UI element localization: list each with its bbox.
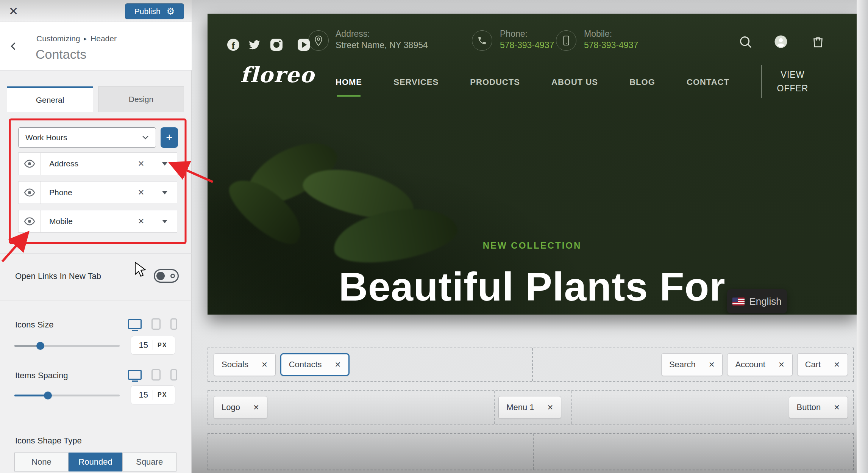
menu-item-blog[interactable]: BLOG (629, 77, 655, 87)
visibility-eye-icon[interactable] (18, 210, 41, 233)
close-icon: ✕ (138, 188, 145, 197)
builder-cell-bottom-right[interactable] (532, 434, 853, 470)
expand-item-button[interactable] (152, 210, 177, 233)
builder-chip-menu-1[interactable]: Menu 1✕ (498, 396, 561, 419)
items-spacing-slider[interactable] (14, 392, 120, 399)
menu-item-home[interactable]: HOME (336, 77, 362, 97)
visibility-eye-icon[interactable] (18, 181, 41, 204)
slider-handle[interactable] (44, 392, 52, 399)
menu-item-products[interactable]: PRODUCTS (470, 77, 520, 87)
phone-value[interactable]: 578-393-4937 (500, 39, 554, 51)
repeater-row-phone: Phone ✕ (18, 181, 177, 204)
section-header: Customizing ▸ Header Contacts (0, 22, 192, 70)
tab-design[interactable]: Design (98, 86, 184, 112)
close-icon[interactable]: ✕ (834, 360, 840, 369)
view-offer-button[interactable]: VIEW OFFER (761, 65, 824, 98)
remove-item-button[interactable]: ✕ (130, 152, 152, 175)
close-icon[interactable]: ✕ (778, 360, 785, 369)
customizer-topbar: ✕ Publish ⚙ (0, 0, 192, 22)
remove-item-button[interactable]: ✕ (130, 181, 152, 204)
phone-icon[interactable] (170, 369, 177, 381)
builder-cell-main-center[interactable]: Menu 1✕ (493, 391, 571, 424)
phone-icon[interactable] (170, 318, 177, 330)
icons-size-slider[interactable] (14, 342, 120, 349)
shape-option-square[interactable]: Square (122, 453, 176, 471)
back-button[interactable] (0, 22, 27, 70)
builder-cell-top-right[interactable]: Search✕ Account✕ Cart✕ (531, 348, 853, 381)
preview-scroll-gutter[interactable] (857, 0, 868, 473)
builder-chip-socials[interactable]: Socials✕ (214, 353, 276, 376)
hero-eyebrow: NEW COLLECTION (208, 240, 857, 251)
divider (0, 253, 192, 254)
remove-item-button[interactable]: ✕ (130, 210, 152, 233)
menu-item-services[interactable]: SERVICES (393, 77, 439, 87)
builder-chip-account[interactable]: Account✕ (727, 353, 792, 376)
desktop-icon[interactable] (128, 370, 142, 380)
open-links-toggle[interactable] (154, 269, 179, 283)
add-contact-button[interactable]: + (161, 127, 178, 148)
facebook-icon[interactable]: f (227, 39, 239, 51)
close-icon[interactable]: ✕ (547, 403, 554, 412)
builder-cell-top-left[interactable]: Socials✕ Contacts✕ (208, 348, 531, 381)
language-switcher[interactable]: English (727, 289, 787, 313)
mobile-value[interactable]: 578-393-4937 (584, 39, 638, 51)
tablet-icon[interactable] (151, 318, 161, 330)
close-customizer-button[interactable]: ✕ (0, 0, 27, 22)
builder-chip-button[interactable]: Button✕ (789, 396, 848, 419)
cart-icon[interactable] (811, 35, 825, 50)
caret-down-icon (162, 162, 167, 166)
site-logo[interactable]: floreo (240, 62, 315, 87)
builder-cell-main-right[interactable]: Button✕ (571, 391, 853, 424)
items-spacing-value[interactable]: 15 PX (131, 385, 175, 404)
desktop-icon[interactable] (128, 319, 142, 329)
tab-general[interactable]: General (7, 86, 93, 112)
caret-down-icon (162, 191, 167, 194)
twitter-icon[interactable] (248, 40, 261, 50)
contact-item-label[interactable]: Mobile (41, 210, 130, 233)
gear-icon[interactable]: ⚙ (167, 7, 175, 16)
builder-chip-search[interactable]: Search✕ (661, 353, 723, 376)
icons-shape-type-label: Icons Shape Type (15, 436, 82, 446)
phone-icon (472, 30, 492, 51)
menu-item-contact[interactable]: CONTACT (687, 77, 729, 87)
topbar-address: Address: Street Name, NY 38954 (336, 28, 428, 51)
builder-cell-main-left[interactable]: Logo✕ (208, 391, 493, 424)
address-value: Street Name, NY 38954 (336, 39, 428, 51)
close-icon[interactable]: ✕ (834, 403, 840, 412)
menu-item-about-us[interactable]: ABOUT US (551, 77, 598, 87)
close-icon[interactable]: ✕ (335, 360, 341, 369)
language-label: English (749, 296, 781, 307)
icons-size-value[interactable]: 15 PX (131, 336, 175, 355)
builder-chip-logo[interactable]: Logo✕ (214, 396, 267, 419)
close-icon: ✕ (138, 217, 145, 226)
contact-type-select[interactable]: Work Hours (18, 127, 156, 148)
chevron-left-icon (9, 41, 19, 52)
builder-chip-contacts[interactable]: Contacts✕ (280, 353, 350, 376)
instagram-icon[interactable] (270, 39, 283, 51)
topbar-mobile: Mobile: 578-393-4937 (584, 28, 638, 51)
close-icon[interactable]: ✕ (709, 360, 715, 369)
repeater-row-address: Address ✕ (18, 152, 177, 175)
close-icon[interactable]: ✕ (261, 360, 268, 369)
tablet-icon[interactable] (151, 369, 161, 381)
expand-item-button[interactable] (152, 152, 177, 175)
builder-cell-bottom-left[interactable] (208, 434, 532, 470)
visibility-eye-icon[interactable] (18, 152, 41, 175)
publish-button[interactable]: Publish ⚙ (125, 3, 184, 19)
topbar-phone: Phone: 578-393-4937 (500, 28, 554, 51)
expand-item-button[interactable] (152, 181, 177, 204)
search-icon[interactable] (738, 35, 753, 51)
us-flag-icon (732, 298, 745, 305)
contact-item-label[interactable]: Phone (41, 181, 130, 204)
caret-down-icon (162, 220, 167, 223)
slider-handle[interactable] (36, 342, 44, 350)
location-pin-icon (308, 30, 329, 51)
page-title: Contacts (36, 47, 86, 62)
account-icon[interactable] (774, 35, 788, 50)
builder-chip-cart[interactable]: Cart✕ (797, 353, 848, 376)
shape-option-none[interactable]: None (14, 453, 69, 471)
close-icon[interactable]: ✕ (253, 403, 259, 412)
shape-option-rounded[interactable]: Rounded (69, 453, 123, 471)
contact-item-label[interactable]: Address (41, 152, 130, 175)
customizer-sidebar: ✕ Publish ⚙ Customizing ▸ Header Contact… (0, 0, 192, 473)
